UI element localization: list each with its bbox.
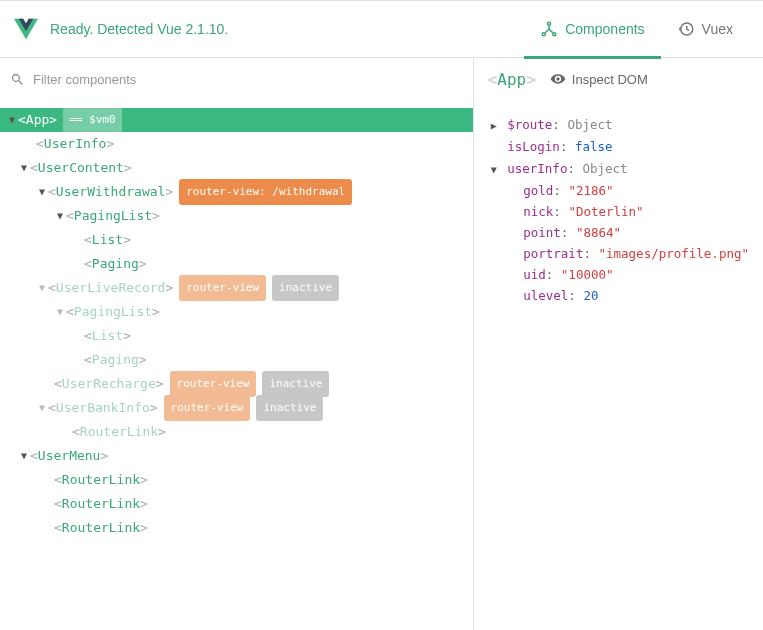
main-area: ▼ <App> == $vm0 ▼ <UserInfo> ▼ <UserCont… — [0, 58, 763, 630]
tree-node-app[interactable]: ▼ <App> == $vm0 — [0, 108, 473, 132]
chevron-down-icon[interactable]: ▼ — [488, 159, 500, 180]
component-tree: ▼ <App> == $vm0 ▼ <UserInfo> ▼ <UserCont… — [0, 100, 473, 630]
router-view-badge: router-view: /withdrawal — [179, 179, 352, 205]
chevron-down-icon[interactable]: ▼ — [18, 156, 30, 180]
right-pane: <App> Inspect DOM ▶ $route: Object ▶ isL… — [474, 58, 763, 630]
tree-node[interactable]: ▼ <UserBankInfo> router-view inactive — [0, 396, 473, 420]
svg-point-0 — [548, 22, 551, 25]
tree-node[interactable]: ▼ <Paging> — [0, 252, 473, 276]
tree-node[interactable]: ▼ <UserWithdrawal> router-view: /withdra… — [0, 180, 473, 204]
inactive-badge: inactive — [262, 371, 329, 397]
tree-node[interactable]: ▼ <List> — [0, 228, 473, 252]
filter-input[interactable] — [33, 72, 463, 87]
filter-row — [0, 58, 473, 100]
right-header: <App> Inspect DOM — [474, 58, 763, 100]
router-view-badge: router-view — [179, 275, 266, 301]
tree-node[interactable]: ▼ <PagingList> — [0, 204, 473, 228]
selected-component: <App> — [488, 70, 536, 89]
router-view-badge: router-view — [164, 395, 251, 421]
chevron-down-icon[interactable]: ▼ — [6, 108, 18, 132]
tree-node[interactable]: ▼ <UserRecharge> router-view inactive — [0, 372, 473, 396]
prop-row[interactable]: ulevel: 20 — [488, 285, 749, 306]
eye-icon — [550, 71, 566, 87]
tree-node[interactable]: ▼ <RouterLink> — [0, 492, 473, 516]
tree-node[interactable]: ▼ <RouterLink> — [0, 420, 473, 444]
router-view-badge: router-view — [170, 371, 257, 397]
chevron-right-icon[interactable]: ▶ — [488, 115, 500, 136]
prop-row[interactable]: portrait: "images/profile.png" — [488, 243, 749, 264]
header-bar: Ready. Detected Vue 2.1.10. Components V… — [0, 0, 763, 58]
components-icon — [540, 20, 558, 38]
chevron-down-icon[interactable]: ▼ — [36, 396, 48, 420]
tab-components-label: Components — [565, 21, 644, 37]
chevron-down-icon[interactable]: ▼ — [18, 444, 30, 468]
prop-row[interactable]: point: "8864" — [488, 222, 749, 243]
tree-node[interactable]: ▼ <RouterLink> — [0, 516, 473, 540]
prop-row[interactable]: ▶ isLogin: false — [488, 136, 749, 158]
inactive-badge: inactive — [256, 395, 323, 421]
instance-badge: == $vm0 — [63, 107, 121, 133]
inspect-dom-button[interactable]: Inspect DOM — [550, 71, 648, 87]
chevron-down-icon[interactable]: ▼ — [54, 204, 66, 228]
tab-vuex[interactable]: Vuex — [661, 0, 749, 58]
tree-node[interactable]: ▼ <List> — [0, 324, 473, 348]
left-pane: ▼ <App> == $vm0 ▼ <UserInfo> ▼ <UserCont… — [0, 58, 474, 630]
chevron-down-icon[interactable]: ▼ — [36, 276, 48, 300]
tree-node[interactable]: ▼ <PagingList> — [0, 300, 473, 324]
tree-node[interactable]: ▼ <UserInfo> — [0, 132, 473, 156]
tree-node[interactable]: ▼ <UserLiveRecord> router-view inactive — [0, 276, 473, 300]
tree-node[interactable]: ▼ <Paging> — [0, 348, 473, 372]
search-icon — [10, 72, 25, 87]
props-panel: ▶ $route: Object ▶ isLogin: false ▼ user… — [474, 100, 763, 306]
tree-node[interactable]: ▼ <UserContent> — [0, 156, 473, 180]
vue-logo-icon — [14, 17, 38, 41]
status-text: Ready. Detected Vue 2.1.10. — [50, 21, 524, 37]
tab-vuex-label: Vuex — [702, 21, 733, 37]
svg-point-1 — [542, 33, 545, 36]
history-icon — [677, 20, 695, 38]
prop-row[interactable]: ▶ $route: Object — [488, 114, 749, 136]
tab-components[interactable]: Components — [524, 0, 660, 58]
prop-row[interactable]: gold: "2186" — [488, 180, 749, 201]
prop-row[interactable]: nick: "Doterlin" — [488, 201, 749, 222]
prop-row[interactable]: ▼ userInfo: Object — [488, 158, 749, 180]
inactive-badge: inactive — [272, 275, 339, 301]
chevron-down-icon[interactable]: ▼ — [54, 300, 66, 324]
chevron-down-icon[interactable]: ▼ — [36, 180, 48, 204]
tree-node[interactable]: ▼ <UserMenu> — [0, 444, 473, 468]
prop-row[interactable]: uid: "10000" — [488, 264, 749, 285]
tree-node[interactable]: ▼ <RouterLink> — [0, 468, 473, 492]
svg-point-2 — [553, 33, 556, 36]
